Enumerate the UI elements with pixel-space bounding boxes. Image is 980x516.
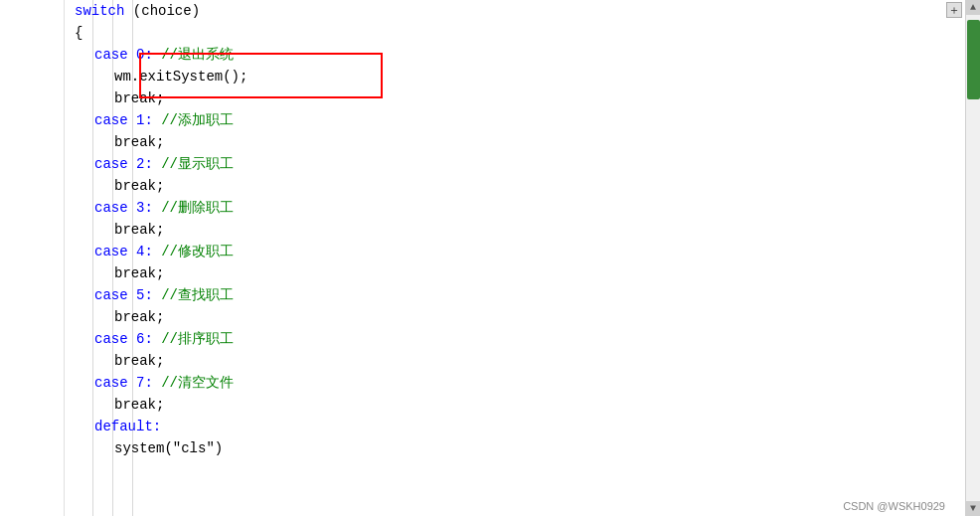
keyword-case: case 4: xyxy=(94,241,161,262)
code-line: wm.exitSystem(); xyxy=(75,66,965,87)
code-line: system("cls") xyxy=(75,437,965,459)
line-num xyxy=(0,306,64,328)
code-line: case 2: //显示职工 xyxy=(75,153,965,175)
code-line: case 7: //清空文件 xyxy=(75,372,965,394)
line-num xyxy=(0,175,64,197)
code-text: { xyxy=(75,22,82,44)
code-line: break; xyxy=(75,394,965,416)
line-num xyxy=(0,262,64,284)
code-line: { xyxy=(75,22,965,44)
scroll-up-button[interactable]: ▲ xyxy=(966,0,981,15)
keyword-default: default: xyxy=(94,416,161,437)
keyword-case: case 2: xyxy=(94,153,161,175)
code-line: break; xyxy=(75,219,965,241)
code-line: break; xyxy=(75,87,965,109)
line-num xyxy=(0,153,64,175)
line-num xyxy=(0,22,64,44)
line-num xyxy=(0,87,64,109)
code-text: break; xyxy=(114,87,164,109)
code-line: break; xyxy=(75,306,965,328)
scroll-track[interactable] xyxy=(966,15,980,501)
code-line: case 0: //退出系统 xyxy=(75,44,965,66)
code-line: break; xyxy=(75,131,965,153)
line-num xyxy=(0,44,64,66)
line-num xyxy=(0,66,64,87)
code-line: break; xyxy=(75,350,965,372)
line-num xyxy=(0,394,64,416)
code-text: break; xyxy=(114,394,164,416)
code-area: switch (choice) { case 0: //退出系统 wm.exit… xyxy=(65,0,965,516)
code-text: (choice) xyxy=(124,0,200,22)
comment-text: //添加职工 xyxy=(161,109,234,131)
comment-text: //退出系统 xyxy=(161,44,234,66)
scroll-down-button[interactable]: ▼ xyxy=(966,501,981,516)
line-num xyxy=(0,416,64,437)
code-text: break; xyxy=(114,306,164,328)
code-text: break; xyxy=(114,350,164,372)
line-numbers xyxy=(0,0,65,516)
code-line: case 1: //添加职工 xyxy=(75,109,965,131)
code-line: case 3: //删除职工 xyxy=(75,197,965,219)
line-num xyxy=(0,328,64,350)
keyword-case: case 7: xyxy=(94,372,161,394)
code-text: break; xyxy=(114,131,164,153)
line-num xyxy=(0,241,64,262)
code-line: case 4: //修改职工 xyxy=(75,241,965,262)
code-line: break; xyxy=(75,262,965,284)
comment-text: //查找职工 xyxy=(161,284,234,306)
keyword-case: case 5: xyxy=(94,284,161,306)
comment-text: //显示职工 xyxy=(161,153,234,175)
code-line: case 6: //排序职工 xyxy=(75,328,965,350)
line-num xyxy=(0,372,64,394)
code-line: switch (choice) xyxy=(75,0,965,22)
code-text: wm.exitSystem(); xyxy=(114,66,247,87)
watermark: CSDN @WSKH0929 xyxy=(843,500,945,512)
comment-text: //清空文件 xyxy=(161,372,234,394)
code-line: default: xyxy=(75,416,965,437)
scroll-thumb[interactable] xyxy=(967,20,980,99)
keyword-switch: switch xyxy=(75,0,124,22)
line-num xyxy=(0,131,64,153)
code-text: break; xyxy=(114,262,164,284)
line-num xyxy=(0,284,64,306)
editor-container: ＋ switch (choi xyxy=(0,0,980,516)
comment-text: //删除职工 xyxy=(161,197,234,219)
line-num xyxy=(0,197,64,219)
line-num xyxy=(0,350,64,372)
comment-text: //排序职工 xyxy=(161,328,234,350)
code-text: system("cls") xyxy=(114,437,223,459)
line-num xyxy=(0,0,64,22)
keyword-case: case 3: xyxy=(94,197,161,219)
line-num xyxy=(0,109,64,131)
keyword-case: case 0: xyxy=(94,44,161,66)
code-line: case 5: //查找职工 xyxy=(75,284,965,306)
line-num xyxy=(0,437,64,459)
keyword-case: case 1: xyxy=(94,109,161,131)
code-text: break; xyxy=(114,175,164,197)
code-line: break; xyxy=(75,175,965,197)
keyword-case: case 6: xyxy=(94,328,161,350)
code-text: break; xyxy=(114,219,164,241)
scrollbar: ▲ ▼ xyxy=(965,0,980,516)
comment-text: //修改职工 xyxy=(161,241,234,262)
line-num xyxy=(0,219,64,241)
